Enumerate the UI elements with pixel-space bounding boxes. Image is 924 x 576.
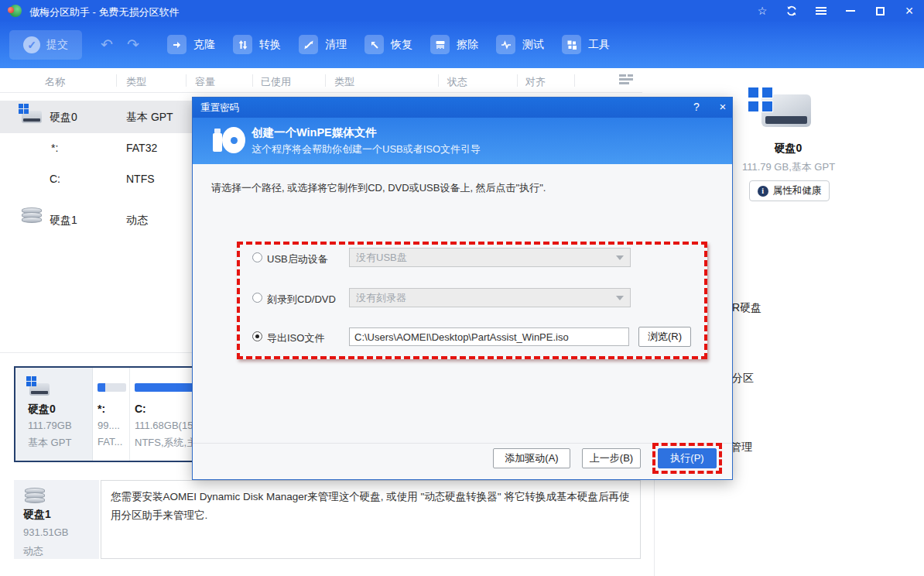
help-icon[interactable]: ? [686, 101, 707, 113]
toolbar: ✓ 提交 ↶ ↷ 克隆 转换 清理 恢复 [0, 22, 924, 68]
partition-row-c[interactable]: C: [50, 173, 60, 185]
burner-select[interactable]: 没有刻录器 [349, 288, 631, 307]
dialog-title: 重置密码 [200, 101, 239, 115]
dialog-close-icon[interactable]: × [713, 100, 733, 113]
device-type: 基本 GPT [126, 111, 173, 125]
toolbar-item-erase[interactable]: 擦除 [430, 35, 478, 54]
right-panel-disk-name: 硬盘0 [732, 142, 844, 156]
device-row-disk1[interactable]: 硬盘1 [50, 214, 77, 228]
partition-fs: NTFS,系统,主 [135, 436, 197, 450]
dialog-header-band [193, 118, 732, 164]
undo-icon[interactable]: ↶ [101, 36, 113, 53]
partition-size: 111.68GB(15 [135, 420, 193, 431]
partition-name: *: [98, 403, 105, 415]
right-panel-disk-info: 111.79 GB,基本 GPT [720, 160, 857, 174]
title-bar: 傲梅分区助手 - 免费无损分区软件 ☆ × [0, 0, 924, 22]
iso-path-input[interactable] [349, 327, 629, 346]
refresh-icon[interactable] [777, 0, 806, 22]
recover-icon [364, 35, 384, 54]
app-logo-icon [9, 5, 22, 17]
back-button[interactable]: 上一步(B) [582, 448, 641, 468]
col-type: 类型 [126, 75, 146, 89]
disk0-info-cell[interactable]: 硬盘0 111.79GB 基本 GPT [15, 368, 93, 461]
usb-boot-label: USB启动设备 [267, 252, 328, 266]
disk1-name: 硬盘1 [23, 508, 51, 522]
windows-logo-icon [19, 104, 29, 115]
partition-fs: FAT... [98, 436, 122, 447]
winpe-dialog: 重置密码 ? × 创建一个WinPE媒体文件 这个程序将会帮助你创建一个USB或… [192, 97, 733, 480]
dialog-title-bar: 重置密码 [193, 98, 732, 118]
test-pulse-icon [496, 35, 515, 54]
properties-health-button[interactable]: i 属性和健康 [749, 180, 830, 201]
toolbar-item-clone[interactable]: 克隆 [167, 35, 215, 54]
close-button[interactable]: × [895, 0, 924, 22]
col-used: 已使用 [261, 75, 291, 89]
col-status: 状态 [447, 75, 467, 89]
toolbar-item-tools[interactable]: 工具 [562, 35, 610, 54]
device-type: 动态 [126, 214, 148, 228]
disk1-type: 动态 [23, 544, 43, 558]
toolbar-item-test[interactable]: 测试 [496, 35, 544, 54]
windows-logo-icon [26, 376, 37, 387]
disk1-dynamic-icon [25, 489, 45, 503]
toolbar-item-convert[interactable]: 转换 [233, 35, 281, 54]
col-align: 对齐 [525, 75, 546, 89]
list-view-icon[interactable] [619, 74, 633, 85]
convert-icon [233, 35, 252, 54]
check-circle-icon: ✓ [23, 36, 40, 53]
windows-logo-icon [748, 87, 774, 113]
panel-divider [654, 480, 655, 576]
clone-icon [167, 35, 187, 54]
disk1-info-cell[interactable]: 硬盘1 931.51GB 动态 [14, 480, 99, 559]
sidebar-link-fragment-manage[interactable]: 管理 [731, 441, 752, 454]
maximize-button[interactable] [865, 0, 895, 22]
window-title: 傲梅分区助手 - 免费无损分区软件 [29, 5, 180, 19]
toolbar-item-recover[interactable]: 恢复 [364, 35, 412, 54]
device-name: 硬盘0 [50, 111, 77, 125]
winpe-media-icon [213, 125, 245, 156]
dialog-instruction: 请选择一个路径, 或选择将它制作到CD, DVD或USB设备上, 然后点击"执行… [211, 181, 546, 195]
app-window: 傲梅分区助手 - 免费无损分区软件 ☆ × ✓ 提交 ↶ ↷ 克隆 [0, 0, 924, 576]
col-fstype: 类型 [334, 75, 354, 89]
dialog-footer-divider [193, 443, 732, 444]
favorite-star-icon[interactable]: ☆ [748, 0, 777, 22]
partition-cell-star[interactable]: *: 99.... FAT... [94, 368, 130, 461]
dialog-header-title: 创建一个WinPE媒体文件 [252, 125, 377, 140]
export-iso-label: 导出ISO文件 [267, 331, 324, 345]
partition-row-star[interactable]: *: [51, 142, 58, 154]
tools-grid-icon [562, 35, 581, 54]
info-icon: i [758, 186, 768, 197]
partition-type: FAT32 [126, 142, 157, 154]
disk0-name: 硬盘0 [28, 403, 56, 417]
submit-button[interactable]: ✓ 提交 [9, 30, 82, 60]
menu-icon[interactable] [806, 0, 836, 22]
sidebar-link-fragment-partition[interactable]: 分区 [732, 372, 754, 386]
burn-cd-label: 刻录到CD/DVD [267, 293, 336, 307]
redo-icon[interactable]: ↷ [127, 36, 139, 53]
add-driver-button[interactable]: 添加驱动(A) [493, 448, 570, 468]
radio-usb-boot[interactable] [252, 252, 262, 262]
table-header-row: 名称 类型 容量 已使用 类型 状态 对齐 [0, 68, 642, 93]
col-capacity: 容量 [195, 75, 215, 89]
radio-export-iso[interactable] [252, 331, 262, 341]
toolbar-item-clean[interactable]: 清理 [299, 35, 347, 54]
usb-device-select[interactable]: 没有USB盘 [349, 248, 631, 267]
radio-burn-cd[interactable] [252, 293, 262, 303]
disk1-size: 931.51GB [23, 526, 69, 538]
panel-divider [0, 352, 192, 353]
partition-size: 99.... [98, 420, 120, 431]
col-name: 名称 [45, 75, 65, 89]
partition-name: C: [135, 403, 146, 415]
disk1-dynamic-icon [22, 209, 42, 223]
clean-icon [299, 35, 318, 54]
dialog-header-subtitle: 这个程序将会帮助你创建一个USB或者ISO文件引导 [252, 142, 481, 156]
erase-shredder-icon [430, 35, 450, 54]
sidebar-link-fragment-mbr[interactable]: R硬盘 [732, 301, 761, 315]
disk0-size: 111.79GB [28, 420, 72, 431]
disk0-type: 基本 GPT [28, 436, 71, 450]
proceed-button[interactable]: 执行(P) [658, 448, 717, 468]
partition-type: NTFS [126, 173, 155, 185]
browse-button[interactable]: 浏览(R) [638, 327, 691, 347]
chevron-down-icon [616, 255, 624, 260]
minimize-button[interactable] [836, 0, 865, 22]
